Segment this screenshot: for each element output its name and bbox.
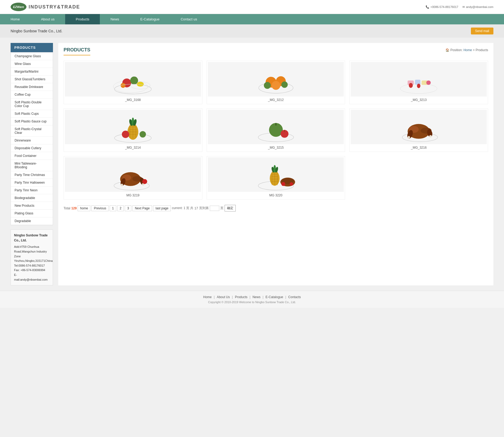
sidebar-fax: Fax: +86-574-83006994 (14, 268, 50, 273)
sidebar-item-coffee[interactable]: Coffee Cup (11, 91, 53, 99)
footer-about[interactable]: About Us (217, 295, 230, 299)
footer-copyright: Copyright © 2010-2019 Welcome to Ningbo … (4, 301, 500, 304)
sidebar-item-partyhalloween[interactable]: Party Timr Halloween (11, 179, 53, 187)
content-title: PRODUCTS (64, 47, 90, 55)
product-item-7[interactable]: MG 3219 (64, 156, 202, 200)
content-area: PRODUCTS 🏠 Position: Home > Products (58, 43, 493, 285)
svg-point-78 (281, 182, 285, 186)
product-name-8: MG 3220 (208, 193, 344, 198)
pagination-prev[interactable]: Previous (91, 205, 109, 211)
current-label: current: 1 页 共 (172, 206, 193, 210)
send-mail-button[interactable]: Send mail (471, 28, 493, 34)
pagination-next[interactable]: Next Page (132, 205, 152, 211)
product-item-1[interactable]: _MG_3168 (64, 61, 202, 104)
email-icon: ✉ (462, 5, 465, 9)
pagination: Total 129 home Previous 1 2 3 Next Page … (64, 205, 488, 211)
sidebar-item-partychristmas[interactable]: Party Time Christmas (11, 171, 53, 179)
sidebar-item-softcrystal[interactable]: Soft Plastic-Crystal Clear (11, 125, 53, 137)
svg-point-51 (408, 136, 410, 138)
email-address: andy@nbsenbai.com (466, 5, 493, 8)
sidebar-item-margarita[interactable]: Margarita/Martini (11, 68, 53, 76)
svg-point-60 (121, 184, 123, 186)
product-image-1 (65, 62, 201, 96)
nav-about[interactable]: About us (30, 14, 65, 24)
product-item-3[interactable]: _MG_3213 (349, 61, 488, 104)
svg-rect-18 (415, 80, 420, 85)
product-item-6[interactable]: _MG_3216 (349, 108, 488, 152)
svg-point-79 (289, 182, 293, 186)
breadcrumb-separator: > (473, 48, 475, 52)
sidebar-item-softcups[interactable]: Soft Plastic Cups (11, 110, 53, 118)
footer-home[interactable]: Home (203, 295, 212, 299)
sidebar-item-minitableware[interactable]: Mini Tableware-Bfooding (11, 160, 53, 171)
product-name-5: _MG_3215 (208, 146, 344, 151)
logo-area: EZWare INDUSTRY&TRADE (11, 3, 80, 11)
footer-sep5: | (285, 295, 286, 299)
sidebar-company-info: Ningbo Sunbow Trade Co., Ltd. Add:#759 C… (11, 229, 53, 285)
sidebar-item-biodegradable[interactable]: Biodegradable (11, 194, 53, 202)
email-contact: ✉ andy@nbsenbai.com (462, 5, 493, 9)
pagination-page1[interactable]: 1 (110, 205, 116, 211)
product-name-1: _MG_3168 (65, 98, 201, 103)
nav-products[interactable]: Products (65, 14, 100, 24)
product-item-5[interactable]: _MG_3215 (207, 108, 345, 152)
nav-contact[interactable]: Contact us (170, 14, 208, 24)
svg-point-62 (142, 179, 147, 184)
product-item-8[interactable]: MG 3220 (207, 156, 345, 200)
product-name-4: _MG_3214 (65, 146, 201, 151)
total-label: Total (64, 206, 70, 210)
product-item-4[interactable]: _MG_3214 (64, 108, 202, 152)
svg-rect-41 (275, 123, 276, 125)
product-image-4 (65, 110, 201, 144)
sidebar-item-wine[interactable]: Wine Glass (11, 60, 53, 68)
svg-point-14 (281, 81, 288, 88)
pagination-home[interactable]: home (78, 205, 90, 211)
page-jump-input[interactable] (210, 206, 219, 211)
banner: Ningbo Sunbow Trade Co., Ltd. Send mail (0, 24, 504, 38)
footer-news[interactable]: News (252, 295, 260, 299)
banner-company: Ningbo Sunbow Trade Co., Ltd. (11, 29, 62, 33)
logo-icon: EZWare (11, 3, 26, 11)
product-image-8 (208, 157, 344, 192)
product-name-7: MG 3219 (65, 193, 201, 198)
sidebar-item-foodcontainer[interactable]: Food Container (11, 152, 53, 160)
product-item-2[interactable]: _MG_3212 (207, 61, 345, 104)
nav-home[interactable]: Home (0, 14, 30, 24)
phone-contact: 📞 +0086-574-88176017 (426, 5, 458, 9)
sidebar-menu: Champagne Glass Wine Glass Margarita/Mar… (11, 52, 53, 225)
sidebar-item-reusable[interactable]: Reusable Drinkware (11, 83, 53, 91)
svg-point-36 (122, 131, 129, 138)
phone-number: +0086-574-88176017 (430, 5, 458, 8)
sidebar-item-cutlery[interactable]: Disposable Cutlery (11, 144, 53, 152)
footer-links: Home | About Us | Products | News | E-Ca… (4, 295, 500, 299)
sidebar-item-softsauce[interactable]: Soft Plastic-Sauce cup (11, 118, 53, 125)
footer-sep3: | (249, 295, 250, 299)
sidebar-item-softdouble[interactable]: Soft Plastic-Double Color Cup (11, 99, 53, 110)
sidebar-item-shot[interactable]: Shot Glass&Tumblers (11, 76, 53, 83)
pagination-page3[interactable]: 3 (125, 205, 131, 211)
sidebar-item-partyneon[interactable]: Party Timr Neon (11, 187, 53, 194)
footer-contacts[interactable]: Contacts (288, 295, 301, 299)
sidebar-item-dinnerware[interactable]: Dinnerware (11, 137, 53, 144)
svg-point-13 (264, 82, 271, 89)
svg-point-20 (426, 81, 431, 85)
svg-rect-43 (284, 130, 285, 132)
footer-ecatalogue[interactable]: E-Catalogue (266, 295, 283, 299)
pagination-last[interactable]: last page (153, 205, 171, 211)
sidebar-item-plating[interactable]: Plating Glass (11, 210, 53, 217)
breadcrumb-home-link[interactable]: Home (463, 48, 472, 52)
nav-ecatalogue[interactable]: E-Catalogue (130, 14, 170, 24)
pagination-confirm[interactable]: 确定 (225, 205, 236, 211)
sidebar-item-champagne[interactable]: Champagne Glass (11, 52, 53, 60)
pagination-page2[interactable]: 2 (117, 205, 124, 211)
nav-news[interactable]: News (100, 14, 130, 24)
sidebar-item-newproducts[interactable]: New Products (11, 202, 53, 210)
sidebar-item-degradable[interactable]: Degradable (11, 217, 53, 225)
svg-point-4 (130, 77, 138, 85)
sidebar-email: E-mail:andy@nbsenbai.com (14, 273, 50, 282)
main-layout: PRODUCTS Champagne Glass Wine Glass Marg… (0, 38, 504, 291)
sidebar-address: Add:#759 Chunhua Road,Wangchun Industry … (14, 245, 50, 263)
footer: Home | About Us | Products | News | E-Ca… (0, 291, 504, 308)
footer-products[interactable]: Products (235, 295, 247, 299)
product-name-3: _MG_3213 (351, 98, 487, 103)
